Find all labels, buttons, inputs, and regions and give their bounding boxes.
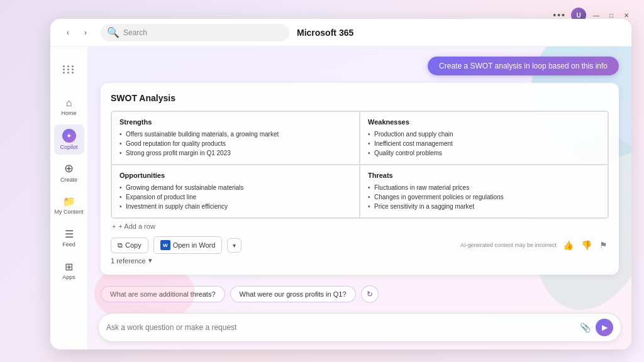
swot-weaknesses-label: Weaknesses [368,118,600,126]
sidebar-item-apps[interactable]: ⊞ Apps [54,255,84,285]
chat-input-container: 📎 ▶ [98,313,621,342]
action-buttons-row: ⧉ Copy W Open in Word ▾ AI-generated con… [111,234,609,256]
send-button[interactable]: ▶ [596,319,613,336]
reference-chevron-icon: ▾ [148,256,152,265]
list-item: Production and supply chain [368,129,600,139]
sidebar-item-home[interactable]: ⌂ Home [54,92,84,122]
forward-button[interactable]: › [78,25,93,40]
list-item: Strong gross profit margin in Q1 2023 [119,148,352,158]
search-placeholder: Search [123,28,147,37]
copy-icon: ⧉ [118,241,123,250]
copy-label: Copy [125,241,142,249]
swot-strengths-label: Strengths [119,118,352,126]
top-bar: ‹ › 🔍 Search Microsoft 365 [50,19,631,47]
open-in-word-button[interactable]: W Open in Word [153,236,223,254]
refresh-suggestions-button[interactable]: ↻ [361,285,379,303]
chat-area: Create a SWOT analysis in loop based on … [88,47,631,280]
sidebar-label-copilot: Copilot [60,144,77,150]
swot-strengths-quadrant: Strengths Offers sustainable building ma… [111,111,360,165]
swot-strengths-list: Offers sustainable building materials, a… [119,129,352,158]
send-icon: ▶ [602,323,608,332]
word-icon: W [160,240,170,250]
swot-weaknesses-list: Production and supply chain Inefficient … [368,129,600,158]
navigation-arrows: ‹ › [60,25,93,40]
copilot-icon: ✦ [62,129,76,143]
list-item: Fluctuations in raw material prices [368,183,600,192]
copy-button[interactable]: ⧉ Copy [111,238,148,253]
search-bar[interactable]: 🔍 Search [101,24,289,41]
sidebar-item-create[interactable]: ⊕ Create [54,157,84,187]
search-icon: 🔍 [107,26,119,38]
attach-button[interactable]: 📎 [580,322,591,332]
app-title: Microsoft 365 [297,28,353,38]
app-container: ‹ › 🔍 Search Microsoft 365 ⌂ Home [50,19,631,349]
flag-icon: ⚑ [599,240,608,250]
swot-grid: Strengths Offers sustainable building ma… [111,111,609,219]
list-item: Changes in government policies or regula… [368,192,600,202]
swot-threats-list: Fluctuations in raw material prices Chan… [368,183,600,211]
sidebar-grid-icon[interactable] [54,54,84,84]
suggestion-pill-1[interactable]: What were our gross profits in Q1? [230,286,356,302]
sidebar-label-my-content: My Content [54,209,83,215]
swot-suggestion-button[interactable]: Create a SWOT analysis in loop based on … [428,57,619,75]
swot-weaknesses-quadrant: Weaknesses Production and supply chain I… [360,111,608,165]
swot-threats-label: Threats [368,172,600,179]
paperclip-icon: 📎 [580,322,591,332]
word-dropdown-button[interactable]: ▾ [227,238,242,253]
list-item: Price sensitivity in a sagging market [368,202,600,211]
input-area: 📎 ▶ [88,308,631,349]
refresh-icon: ↻ [367,290,373,299]
swot-opportunities-quadrant: Opportunities Growing demand for sustain… [111,165,360,218]
reference-row[interactable]: 1 reference ▾ [111,256,609,265]
swot-opportunities-list: Growing demand for sustainable materials… [119,183,352,211]
swot-opportunities-label: Opportunities [119,172,352,179]
sidebar: ⌂ Home ✦ Copilot ⊕ Create 📁 My Content ☰… [50,47,88,349]
app-body: ⌂ Home ✦ Copilot ⊕ Create 📁 My Content ☰… [50,47,631,349]
reference-label: 1 reference [111,257,146,265]
list-item: Inefficient cost management [368,139,600,148]
add-row-icon: + [112,222,116,230]
thumbs-up-icon: 👍 [563,240,574,250]
create-icon: ⊕ [64,162,74,175]
thumbs-up-button[interactable]: 👍 [562,239,575,251]
folder-icon: 📁 [63,195,75,207]
sidebar-item-feed[interactable]: ☰ Feed [54,222,84,253]
apps-icon: ⊞ [65,261,73,273]
sidebar-label-feed: Feed [62,241,75,248]
list-item: Good reputation for quality products [119,139,352,148]
chat-input[interactable] [106,323,575,332]
dropdown-arrow-icon: ▾ [233,242,236,249]
list-item: Growing demand for sustainable materials [119,183,352,192]
grid-dots-icon [63,65,75,74]
suggestions-row: What are some additional threats? What w… [88,280,631,308]
swot-threats-quadrant: Threats Fluctuations in raw material pri… [360,165,608,218]
swot-card: SWOT Analysis Strengths Offers sustainab… [101,83,619,275]
sidebar-label-home: Home [61,110,76,116]
sidebar-item-my-content[interactable]: 📁 My Content [54,190,84,220]
sidebar-item-copilot[interactable]: ✦ Copilot [54,124,84,155]
sidebar-label-create: Create [60,177,77,183]
list-item: Investment in supply chain efficiency [119,202,352,211]
thumbs-down-button[interactable]: 👎 [580,239,593,251]
open-in-word-label: Open in Word [173,241,216,249]
back-button[interactable]: ‹ [60,25,75,40]
add-row-label: + Add a row [118,222,155,230]
swot-title: SWOT Analysis [111,93,609,103]
list-item: Offers sustainable building materials, a… [119,129,352,139]
flag-button[interactable]: ⚑ [598,239,609,251]
sidebar-label-apps: Apps [62,274,75,280]
suggestion-pill-0[interactable]: What are some additional threats? [101,286,225,302]
thumbs-down-icon: 👎 [581,240,592,250]
feed-icon: ☰ [65,228,74,240]
main-content: Create a SWOT analysis in loop based on … [88,47,631,349]
add-row-button[interactable]: + + Add a row [111,219,609,234]
home-icon: ⌂ [66,97,72,109]
list-item: Quality control problems [368,148,600,158]
ai-disclaimer: AI-generated content may be incorrect [404,242,557,248]
list-item: Expansion of product line [119,192,352,202]
